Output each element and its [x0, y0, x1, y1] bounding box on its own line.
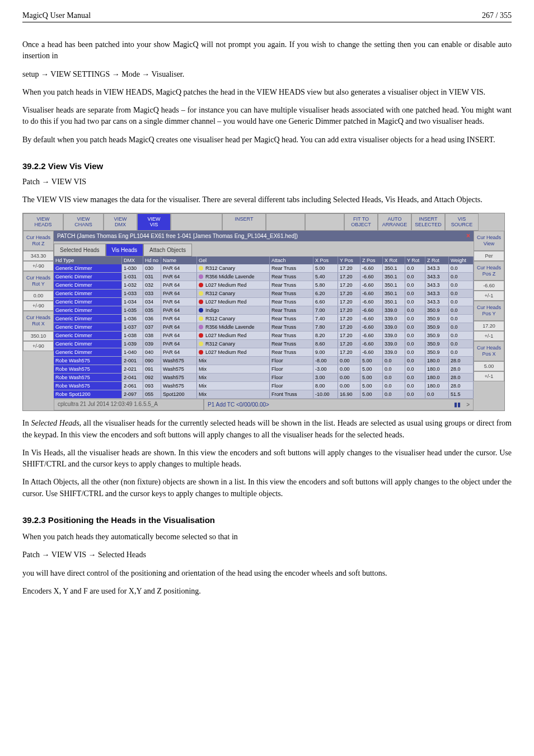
cell[interactable]: 343.3 — [425, 264, 449, 272]
cell[interactable]: 28.0 — [449, 357, 474, 365]
cell[interactable]: 350.9 — [425, 323, 449, 331]
cell[interactable]: 180.0 — [425, 374, 449, 381]
leftside-wheel-1[interactable]: +/-90 — [23, 301, 54, 311]
cell[interactable]: 0.0 — [405, 357, 425, 365]
col-header-z-rot[interactable]: Z Rot — [425, 256, 449, 264]
cell[interactable]: Generic Dimmer — [54, 315, 122, 323]
col-header-name[interactable]: Name — [161, 256, 197, 264]
cell[interactable]: 093 — [143, 382, 161, 390]
cell[interactable]: Mix — [197, 374, 270, 381]
cell[interactable]: Rear Truss — [270, 264, 313, 272]
cell[interactable]: 7.80 — [313, 323, 338, 331]
cell[interactable]: PAR 64 — [161, 323, 197, 331]
cell[interactable]: 0.0 — [405, 290, 425, 297]
cell[interactable]: 17.20 — [338, 348, 360, 356]
cell[interactable]: Rear Truss — [270, 273, 313, 281]
cell[interactable]: 8.00 — [313, 382, 338, 390]
col-header-attach[interactable]: Attach — [270, 256, 313, 264]
cell[interactable]: 035 — [143, 306, 161, 314]
rightside-label-0[interactable]: Cur HeadsView — [474, 231, 504, 251]
cell[interactable]: 5.00 — [313, 264, 338, 272]
cell[interactable]: 7.00 — [313, 306, 338, 314]
cell[interactable]: 1-033 — [122, 290, 143, 297]
cell[interactable]: 0.0 — [405, 340, 425, 348]
cell[interactable]: -6.60 — [360, 273, 383, 281]
cell[interactable]: 350.1 — [383, 298, 405, 306]
softbutton-10[interactable]: INSERTSELECTED — [411, 213, 445, 231]
cell[interactable]: 28.0 — [449, 374, 474, 381]
cell[interactable]: Mix — [197, 357, 270, 365]
cell[interactable]: Spot1200 — [161, 390, 197, 398]
cell[interactable]: 339.0 — [383, 306, 405, 314]
tab-vis-heads[interactable]: Vis Heads — [106, 244, 143, 256]
cell[interactable]: 0.0 — [405, 382, 425, 390]
cell[interactable]: 17.20 — [338, 290, 360, 297]
cell[interactable]: 2-021 — [122, 365, 143, 373]
softbutton-7[interactable] — [305, 213, 344, 231]
cell[interactable]: 6.60 — [313, 298, 338, 306]
cell[interactable]: PAR 64 — [161, 290, 197, 297]
cell[interactable]: Rear Truss — [270, 348, 313, 356]
cell[interactable]: 2-061 — [122, 382, 143, 390]
cell[interactable]: Rear Truss — [270, 306, 313, 314]
cell[interactable]: 180.0 — [425, 382, 449, 390]
cell[interactable]: Generic Dimmer — [54, 348, 122, 356]
table-row[interactable]: Robe Wash5752-041092Wash575MixFloor3.000… — [54, 374, 474, 382]
cell[interactable]: 17.20 — [338, 298, 360, 306]
cell[interactable]: Robe Wash575 — [54, 357, 122, 365]
cell[interactable]: 0.0 — [405, 390, 425, 398]
cell[interactable]: Floor — [270, 382, 313, 390]
cell[interactable]: 039 — [143, 340, 161, 348]
cell[interactable]: 0.0 — [405, 348, 425, 356]
cell[interactable]: Rear Truss — [270, 340, 313, 348]
col-header-y-rot[interactable]: Y Rot — [405, 256, 425, 264]
cell[interactable]: 0.0 — [449, 273, 474, 281]
cell[interactable]: 2-001 — [122, 357, 143, 365]
cell[interactable]: -6.60 — [360, 306, 383, 314]
cell[interactable]: PAR 64 — [161, 332, 197, 339]
cell[interactable]: 0.0 — [449, 348, 474, 356]
cell[interactable]: 5.00 — [360, 374, 383, 381]
cell[interactable]: R356 Middle Lavende — [197, 323, 270, 331]
rightside-label-2[interactable]: Cur HeadsPos Y — [474, 301, 504, 321]
cell[interactable]: 0.0 — [383, 357, 405, 365]
cell[interactable]: Robe Wash575 — [54, 374, 122, 381]
status-command[interactable]: P1 Add TC <0/00/00.00> ▮▮ > — [204, 399, 474, 410]
cell[interactable]: 055 — [143, 390, 161, 398]
cell[interactable]: L027 Medium Red — [197, 298, 270, 306]
cell[interactable]: 030 — [143, 264, 161, 272]
cell[interactable]: 5.80 — [313, 281, 338, 289]
cell[interactable]: 090 — [143, 357, 161, 365]
cell[interactable]: 6.20 — [313, 290, 338, 297]
cell[interactable]: -10.00 — [313, 390, 338, 398]
cell[interactable]: 5.00 — [360, 357, 383, 365]
cell[interactable]: PAR 64 — [161, 264, 197, 272]
cell[interactable]: Mix — [197, 365, 270, 373]
rightside-wheel-3[interactable]: +/-1 — [474, 371, 504, 381]
cell[interactable]: -6.60 — [360, 298, 383, 306]
softbutton-0[interactable]: VIEWHEADS — [23, 213, 63, 231]
cell[interactable]: L027 Medium Red — [197, 332, 270, 339]
cell[interactable]: Generic Dimmer — [54, 281, 122, 289]
cell[interactable]: 092 — [143, 374, 161, 381]
cell[interactable]: Generic Dimmer — [54, 332, 122, 339]
cell[interactable]: PAR 64 — [161, 273, 197, 281]
cell[interactable]: PAR 64 — [161, 298, 197, 306]
cell[interactable]: 350.9 — [425, 332, 449, 339]
cell[interactable]: Robe Wash575 — [54, 365, 122, 373]
leftside-wheel-2[interactable]: +/-90 — [23, 341, 54, 351]
cell[interactable]: R356 Middle Lavende — [197, 273, 270, 281]
cell[interactable]: 0.0 — [383, 382, 405, 390]
cell[interactable]: 0.0 — [405, 273, 425, 281]
col-header-dmx[interactable]: DMX — [122, 256, 143, 264]
cell[interactable]: 0.0 — [449, 323, 474, 331]
table-row[interactable]: Generic Dimmer1-031031PAR 64R356 Middle … — [54, 273, 474, 281]
cell[interactable]: 9.00 — [313, 348, 338, 356]
table-row[interactable]: Generic Dimmer1-039039PAR 64R312 CanaryR… — [54, 340, 474, 348]
cell[interactable]: R312 Canary — [197, 340, 270, 348]
cell[interactable]: Wash575 — [161, 365, 197, 373]
cell[interactable]: PAR 64 — [161, 306, 197, 314]
cell[interactable]: Generic Dimmer — [54, 306, 122, 314]
cell[interactable]: 0.0 — [425, 390, 449, 398]
cell[interactable]: 339.0 — [383, 315, 405, 323]
